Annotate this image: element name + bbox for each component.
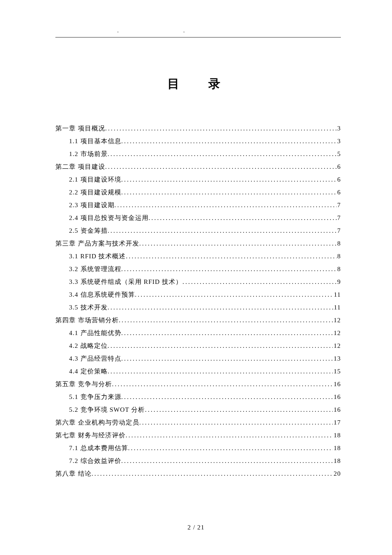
toc-entry[interactable]: 3.4 信息系统硬件预算11 bbox=[55, 288, 341, 301]
toc-leader-dots bbox=[108, 224, 337, 237]
toc-entry-page: 7 bbox=[337, 211, 341, 224]
toc-entry-page: 3 bbox=[337, 135, 341, 147]
toc-entry-page: 12 bbox=[333, 339, 341, 352]
toc-entry-label: 3.3 系统硬件组成（采用 RFID 技术） bbox=[69, 275, 182, 288]
toc-entry-page: 16 bbox=[333, 390, 341, 403]
toc-entry-label: 2.3 项目建设期 bbox=[69, 199, 115, 211]
toc-entry[interactable]: 第三章 产品方案与技术开发8 bbox=[55, 237, 341, 250]
toc-entry[interactable]: 2.5 资金筹措7 bbox=[55, 224, 341, 237]
toc-entry[interactable]: 2.2 项目建设规模6 bbox=[55, 186, 341, 199]
page-footer: 2 / 21 bbox=[0, 524, 392, 531]
toc-leader-dots bbox=[112, 378, 333, 390]
toc-entry-label: 3.2 系统管理流程 bbox=[69, 263, 121, 275]
toc-entry[interactable]: 第一章 项目概况3 bbox=[55, 122, 341, 135]
toc-entry-page: 17 bbox=[333, 416, 341, 429]
toc-leader-dots bbox=[108, 147, 337, 160]
toc-entry-label: 第七章 财务与经济评价 bbox=[55, 429, 126, 442]
toc-entry-label: 4.3 产品经营特点 bbox=[69, 352, 121, 365]
toc-entry-page: 6 bbox=[337, 173, 341, 186]
toc-entry-label: 1.2 市场前景 bbox=[69, 147, 108, 160]
toc-entry-page: 15 bbox=[333, 365, 341, 378]
toc-entry[interactable]: 1.2 市场前景5 bbox=[55, 147, 341, 160]
toc-entry[interactable]: 7.1 总成本费用估算18 bbox=[55, 442, 341, 454]
toc-entry[interactable]: 4.1 产品性能优势12 bbox=[55, 327, 341, 339]
toc-entry-label: 4.4 定价策略 bbox=[69, 365, 108, 378]
toc-entry-page: 8 bbox=[337, 263, 341, 275]
toc-entry-label: 4.1 产品性能优势 bbox=[69, 327, 121, 339]
toc-entry[interactable]: 第四章 市场营销分析12 bbox=[55, 314, 341, 327]
toc-leader-dots bbox=[105, 160, 337, 173]
toc-entry[interactable]: 1.1 项目基本信息3 bbox=[55, 135, 341, 147]
toc-entry[interactable]: 第二章 项目建设6 bbox=[55, 160, 341, 173]
toc-entry[interactable]: 5.2 竞争环境 SWOT 分析16 bbox=[55, 403, 341, 416]
toc-leader-dots bbox=[135, 288, 333, 301]
toc-entry[interactable]: 第六章 企业机构与劳动定员17 bbox=[55, 416, 341, 429]
toc-entry-label: 1.1 项目基本信息 bbox=[69, 135, 121, 147]
toc-entry-page: 6 bbox=[337, 160, 341, 173]
toc-entry-page: 6 bbox=[337, 186, 341, 199]
toc-leader-dots bbox=[139, 237, 337, 250]
toc-leader-dots bbox=[92, 467, 333, 480]
toc-entry[interactable]: 3.3 系统硬件组成（采用 RFID 技术）9 bbox=[55, 275, 341, 288]
toc-entry-label: 2.4 项目总投资与资金运用 bbox=[69, 211, 149, 224]
toc-entry[interactable]: 4.4 定价策略15 bbox=[55, 365, 341, 378]
toc-title: 目 录 bbox=[55, 76, 341, 92]
toc-entry-page: 12 bbox=[333, 327, 341, 339]
toc-entry-label: 第五章 竞争与分析 bbox=[55, 378, 112, 390]
toc-entry-label: 3.4 信息系统硬件预算 bbox=[69, 288, 135, 301]
toc-leader-dots bbox=[149, 211, 337, 224]
toc-entry-page: 18 bbox=[333, 454, 341, 467]
toc-leader-dots bbox=[128, 442, 333, 454]
toc-entry-label: 7.1 总成本费用估算 bbox=[69, 442, 128, 454]
toc-entry[interactable]: 第七章 财务与经济评价18 bbox=[55, 429, 341, 442]
toc-entry[interactable]: 4.2 战略定位12 bbox=[55, 339, 341, 352]
toc-entry-label: 3.5 技术开发 bbox=[69, 301, 108, 314]
toc-entry-label: 2.1 项目建设环境 bbox=[69, 173, 121, 186]
toc-leader-dots bbox=[121, 327, 333, 339]
toc-leader-dots bbox=[105, 122, 337, 135]
toc-entry-label: 4.2 战略定位 bbox=[69, 339, 108, 352]
toc-entry-page: 16 bbox=[333, 403, 341, 416]
toc-entry-label: 第三章 产品方案与技术开发 bbox=[55, 237, 139, 250]
toc-entry-page: 5 bbox=[337, 147, 341, 160]
toc-leader-dots bbox=[139, 416, 333, 429]
toc-entry[interactable]: 4.3 产品经营特点13 bbox=[55, 352, 341, 365]
toc-leader-dots bbox=[119, 314, 333, 327]
toc-entry[interactable]: 3.1 RFID 技术概述8 bbox=[55, 250, 341, 263]
toc-entry[interactable]: 7.2 综合效益评价18 bbox=[55, 454, 341, 467]
toc-entry-label: 3.1 RFID 技术概述 bbox=[69, 250, 126, 263]
toc-entry-page: 11 bbox=[333, 288, 341, 301]
toc-leader-dots bbox=[121, 135, 337, 147]
toc-leader-dots bbox=[108, 301, 333, 314]
toc-leader-dots bbox=[121, 390, 333, 403]
toc-entry-page: 8 bbox=[337, 250, 341, 263]
toc-entry-page: 13 bbox=[333, 352, 341, 365]
toc-entry-page: 18 bbox=[333, 429, 341, 442]
toc-entry[interactable]: 5.1 竞争压力来源16 bbox=[55, 390, 341, 403]
toc-entry-page: 3 bbox=[337, 122, 341, 135]
toc-leader-dots bbox=[121, 186, 337, 199]
toc-entry-label: 第八章 结论 bbox=[55, 467, 92, 480]
toc-entry-label: 第四章 市场营销分析 bbox=[55, 314, 119, 327]
toc-entry[interactable]: 第五章 竞争与分析16 bbox=[55, 378, 341, 390]
toc-entry-page: 8 bbox=[337, 237, 341, 250]
toc-entry-page: 12 bbox=[333, 314, 341, 327]
toc-entry[interactable]: 3.5 技术开发11 bbox=[55, 301, 341, 314]
toc-entry-page: 16 bbox=[333, 378, 341, 390]
toc-entry-page: 18 bbox=[333, 442, 341, 454]
toc-entry[interactable]: 2.3 项目建设期7 bbox=[55, 199, 341, 211]
toc-entry-label: 5.2 竞争环境 SWOT 分析 bbox=[69, 403, 145, 416]
toc-entry-page: 20 bbox=[333, 467, 341, 480]
document-page: 目 录 第一章 项目概况31.1 项目基本信息31.2 市场前景5第二章 项目建… bbox=[0, 0, 392, 506]
toc-entry[interactable]: 2.1 项目建设环境6 bbox=[55, 173, 341, 186]
toc-entry-label: 第二章 项目建设 bbox=[55, 160, 105, 173]
table-of-contents: 第一章 项目概况31.1 项目基本信息31.2 市场前景5第二章 项目建设62.… bbox=[55, 122, 341, 480]
toc-entry[interactable]: 2.4 项目总投资与资金运用7 bbox=[55, 211, 341, 224]
toc-entry-label: 第六章 企业机构与劳动定员 bbox=[55, 416, 139, 429]
toc-entry[interactable]: 3.2 系统管理流程8 bbox=[55, 263, 341, 275]
toc-entry-label: 2.5 资金筹措 bbox=[69, 224, 108, 237]
toc-entry-label: 7.2 综合效益评价 bbox=[69, 454, 121, 467]
toc-entry-page: 7 bbox=[337, 199, 341, 211]
toc-entry[interactable]: 第八章 结论20 bbox=[55, 467, 341, 480]
toc-entry-label: 第一章 项目概况 bbox=[55, 122, 105, 135]
